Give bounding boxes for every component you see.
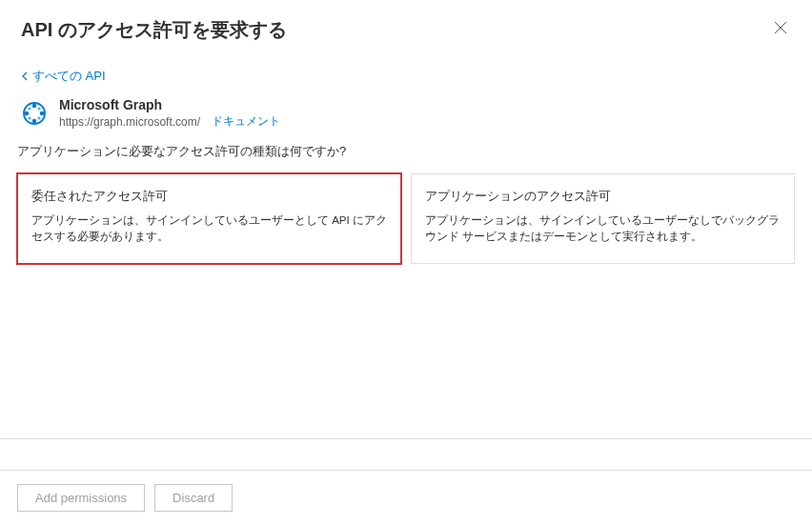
add-permissions-button[interactable]: Add permissions <box>17 484 145 512</box>
svg-point-7 <box>28 116 30 119</box>
api-header: Microsoft Graph https://graph.microsoft.… <box>0 92 812 137</box>
delegated-option-desc: アプリケーションは、サインインしているユーザーとして API にアクセスする必要… <box>31 212 387 246</box>
discard-button[interactable]: Discard <box>154 484 233 512</box>
svg-point-5 <box>28 107 30 110</box>
api-url: https://graph.microsoft.com/ <box>59 115 200 129</box>
close-icon[interactable] <box>770 17 791 41</box>
chevron-left-icon <box>21 71 29 81</box>
application-option-desc: アプリケーションは、サインインしているユーザーなしでバックグラウンド サービスま… <box>425 212 781 246</box>
svg-point-2 <box>25 111 29 114</box>
svg-point-6 <box>37 107 40 110</box>
footer-divider <box>0 438 812 439</box>
breadcrumb-label: すべての API <box>32 68 106 85</box>
svg-point-3 <box>40 111 44 114</box>
svg-point-8 <box>37 116 40 119</box>
api-docs-link[interactable]: ドキュメント <box>212 113 280 130</box>
graph-icon <box>21 100 48 127</box>
delegated-permissions-option[interactable]: 委任されたアクセス許可 アプリケーションは、サインインしているユーザーとして A… <box>16 172 402 265</box>
delegated-option-title: 委任されたアクセス許可 <box>31 188 387 205</box>
svg-point-4 <box>32 118 36 122</box>
application-permissions-option[interactable]: アプリケーションのアクセス許可 アプリケーションは、サインインしているユーザーな… <box>411 173 795 264</box>
svg-point-1 <box>32 103 36 107</box>
permission-type-question: アプリケーションに必要なアクセス許可の種類は何ですか? <box>0 137 812 173</box>
page-title: API のアクセス許可を要求する <box>21 17 287 43</box>
api-name: Microsoft Graph <box>59 96 280 113</box>
application-option-title: アプリケーションのアクセス許可 <box>425 188 781 205</box>
footer: Add permissions Discard <box>0 470 812 525</box>
breadcrumb-back[interactable]: すべての API <box>0 50 812 92</box>
